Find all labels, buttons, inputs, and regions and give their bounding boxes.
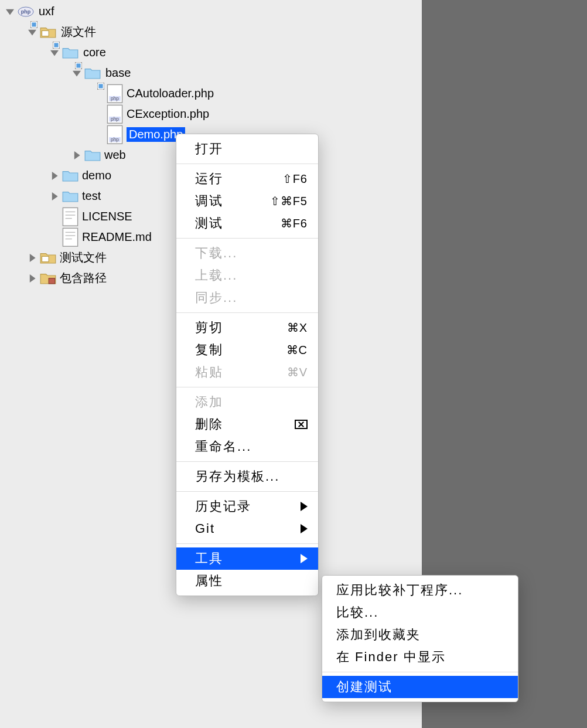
library-folder-icon — [40, 271, 56, 285]
chevron-down-icon — [5, 6, 15, 17]
text-file-icon — [62, 230, 79, 244]
tree-label: README.md — [82, 230, 152, 244]
svg-rect-31 — [63, 228, 77, 246]
menu-upload: 上载... — [176, 264, 318, 287]
shortcut: ⌘F6 — [281, 212, 308, 234]
menu-add: 添加 — [176, 391, 318, 413]
svg-rect-38 — [49, 278, 54, 283]
php-file-icon: php — [107, 87, 123, 101]
menu-open[interactable]: 打开 — [176, 138, 318, 160]
svg-rect-11 — [76, 63, 80, 67]
php-file-icon: php — [107, 128, 123, 142]
menu-paste: 粘贴⌘V — [176, 361, 318, 383]
shortcut: ⇧⌘F5 — [270, 190, 308, 212]
shortcut: ⌘C — [286, 339, 308, 361]
submenu-compare[interactable]: 比较... — [322, 601, 518, 624]
svg-text:php: php — [21, 9, 31, 15]
tree-label: 测试文件 — [60, 250, 107, 266]
folder-icon — [84, 148, 101, 162]
chevron-right-icon — [27, 253, 37, 263]
svg-marker-9 — [50, 50, 59, 56]
shortcut: ⇧F6 — [282, 168, 308, 190]
submenu-arrow-icon — [301, 524, 308, 533]
chevron-down-icon — [49, 47, 60, 58]
menu-properties[interactable]: 属性 — [176, 570, 318, 592]
tree-label: test — [82, 189, 101, 203]
submenu-create-test[interactable]: 创建测试 — [322, 676, 518, 698]
svg-marker-24 — [74, 151, 80, 159]
delete-key-icon — [295, 420, 308, 429]
tree-label: base — [105, 66, 131, 80]
tree-item-base[interactable]: base — [0, 63, 422, 83]
menu-tools[interactable]: 工具 — [176, 547, 318, 570]
tree-item-core[interactable]: core — [0, 42, 422, 63]
submenu-add-favorite[interactable]: 添加到收藏夹 — [322, 624, 518, 646]
svg-rect-6 — [42, 30, 49, 36]
svg-rect-14 — [98, 84, 103, 88]
tree-label: 源文件 — [61, 24, 96, 40]
menu-delete[interactable]: 删除 — [176, 413, 318, 436]
tree-label: core — [83, 46, 106, 59]
shortcut: ⌘X — [287, 317, 308, 339]
svg-marker-12 — [73, 70, 81, 76]
svg-text:php: php — [111, 116, 119, 122]
svg-text:php: php — [111, 137, 119, 142]
tree-label: 包含路径 — [60, 270, 107, 286]
tree-label: demo — [82, 169, 111, 182]
link-badge-icon — [30, 18, 37, 25]
tree-label: CAutoloader.php — [127, 87, 214, 100]
svg-marker-0 — [6, 9, 14, 15]
svg-marker-37 — [30, 274, 36, 283]
chevron-right-icon — [71, 150, 82, 161]
menu-save-as-template[interactable]: 另存为模板... — [176, 465, 318, 488]
tree-item-project[interactable]: php uxf — [0, 1, 422, 22]
submenu-apply-diff-patch[interactable]: 应用比较补丁程序... — [322, 579, 518, 601]
link-badge-icon — [53, 38, 60, 45]
submenu-reveal-in-finder[interactable]: 在 Finder 中显示 — [322, 646, 518, 668]
tree-label: uxf — [39, 5, 54, 18]
shortcut: ⌘V — [287, 361, 308, 383]
svg-text:php: php — [111, 96, 119, 101]
tree-label: LICENSE — [82, 210, 132, 223]
menu-rename[interactable]: 重命名... — [176, 436, 318, 458]
tree-label: CException.php — [127, 107, 209, 121]
source-folder-icon — [40, 251, 56, 265]
submenu-arrow-icon — [301, 502, 308, 511]
menu-download: 下载... — [176, 242, 318, 264]
menu-test[interactable]: 测试⌘F6 — [176, 212, 318, 234]
submenu-arrow-icon — [301, 554, 308, 563]
chevron-right-icon — [49, 191, 60, 202]
folder-icon — [62, 189, 79, 203]
svg-marker-5 — [28, 29, 36, 35]
menu-cut[interactable]: 剪切⌘X — [176, 317, 318, 339]
tree-label: web — [104, 148, 126, 162]
link-badge-icon — [97, 79, 104, 86]
svg-rect-4 — [32, 22, 36, 26]
menu-debug[interactable]: 调试⇧⌘F5 — [176, 190, 318, 212]
php-project-icon: php — [18, 5, 34, 19]
context-menu: 打开 运行⇧F6 调试⇧⌘F5 测试⌘F6 下载... 上载... 同步... … — [176, 134, 319, 596]
text-file-icon — [62, 210, 79, 224]
tree-item-file[interactable]: php CAutoloader.php — [0, 83, 422, 104]
svg-rect-27 — [63, 207, 77, 226]
link-badge-icon — [75, 59, 82, 66]
svg-marker-25 — [52, 172, 58, 180]
chevron-right-icon — [27, 273, 37, 284]
svg-marker-35 — [30, 254, 36, 262]
svg-marker-26 — [52, 192, 58, 200]
svg-rect-8 — [54, 43, 58, 47]
tree-item-sources[interactable]: 源文件 — [0, 22, 422, 42]
chevron-right-icon — [49, 171, 60, 181]
tools-submenu: 应用比较补丁程序... 比较... 添加到收藏夹 在 Finder 中显示 创建… — [322, 575, 518, 702]
menu-history[interactable]: 历史记录 — [176, 495, 318, 518]
tree-item-file[interactable]: php CException.php — [0, 104, 422, 124]
menu-copy[interactable]: 复制⌘C — [176, 339, 318, 361]
php-file-icon: php — [107, 107, 123, 121]
menu-run[interactable]: 运行⇧F6 — [176, 168, 318, 190]
chevron-down-icon — [27, 27, 37, 38]
menu-sync: 同步... — [176, 287, 318, 309]
source-folder-icon — [40, 25, 56, 39]
folder-icon — [62, 169, 79, 183]
menu-git[interactable]: Git — [176, 518, 318, 540]
folder-icon — [84, 66, 101, 80]
